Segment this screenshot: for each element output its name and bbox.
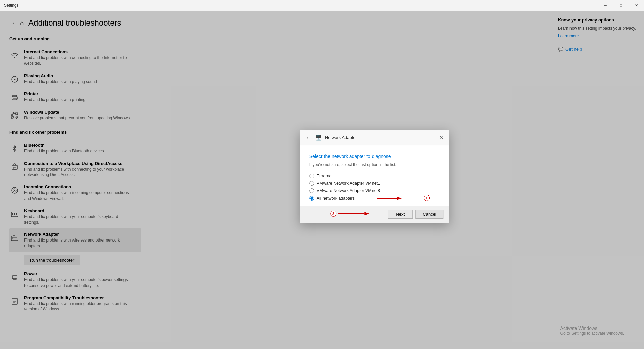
radio-vmnet1-input[interactable] [309, 181, 314, 186]
dialog-heading: Select the network adapter to diagnose [309, 154, 439, 159]
annotation-2: 2 [330, 211, 336, 217]
titlebar-title: Settings [4, 3, 18, 8]
titlebar: Settings ─ □ ✕ [0, 0, 644, 11]
radio-vmnet1-label: VMware Network Adapter VMnet1 [317, 181, 380, 186]
dialog-footer: 2 Next Cancel [300, 206, 449, 223]
dialog-cancel-button[interactable]: Cancel [415, 210, 443, 219]
radio-group: Ethernet VMware Network Adapter VMnet1 V… [309, 174, 439, 201]
radio-vmnet1[interactable]: VMware Network Adapter VMnet1 [309, 181, 439, 186]
radio-vmnet8-label: VMware Network Adapter VMnet8 [317, 188, 380, 193]
radio-ethernet-input[interactable] [309, 174, 314, 178]
dialog-next-button[interactable]: Next [388, 210, 413, 219]
annotation-2-area: 2 [330, 211, 371, 217]
restore-button[interactable]: □ [613, 0, 629, 11]
radio-vmnet8[interactable]: VMware Network Adapter VMnet8 [309, 188, 439, 193]
dialog-close-button[interactable]: ✕ [437, 133, 446, 142]
minimize-button[interactable]: ─ [598, 0, 613, 11]
dialog-titlebar: ← 🖥️ Network Adapter ✕ [300, 130, 449, 145]
svg-marker-24 [364, 212, 369, 215]
annotation-1: 1 [424, 195, 430, 201]
close-button[interactable]: ✕ [629, 0, 644, 11]
dialog-subtitle: If you're not sure, select the last opti… [309, 162, 439, 167]
dialog-title-text: Network Adapter [325, 135, 357, 140]
radio-all-adapters-label: All network adapters [317, 196, 355, 201]
svg-marker-22 [397, 197, 402, 200]
radio-vmnet8-input[interactable] [309, 188, 314, 193]
dialog-network-icon: 🖥️ [315, 134, 322, 141]
dialog-title-left: ← 🖥️ Network Adapter [304, 134, 357, 141]
radio-all-adapters-input[interactable] [309, 196, 314, 201]
radio-ethernet-label: Ethernet [317, 174, 333, 178]
network-adapter-dialog: ← 🖥️ Network Adapter ✕ Select the networ… [300, 130, 449, 223]
dialog-back-button[interactable]: ← [304, 134, 313, 141]
radio-all-adapters[interactable]: All network adapters 1 [309, 196, 439, 201]
radio-ethernet[interactable]: Ethernet [309, 174, 439, 178]
dialog-body: Select the network adapter to diagnose I… [300, 145, 449, 206]
titlebar-controls: ─ □ ✕ [598, 0, 644, 11]
